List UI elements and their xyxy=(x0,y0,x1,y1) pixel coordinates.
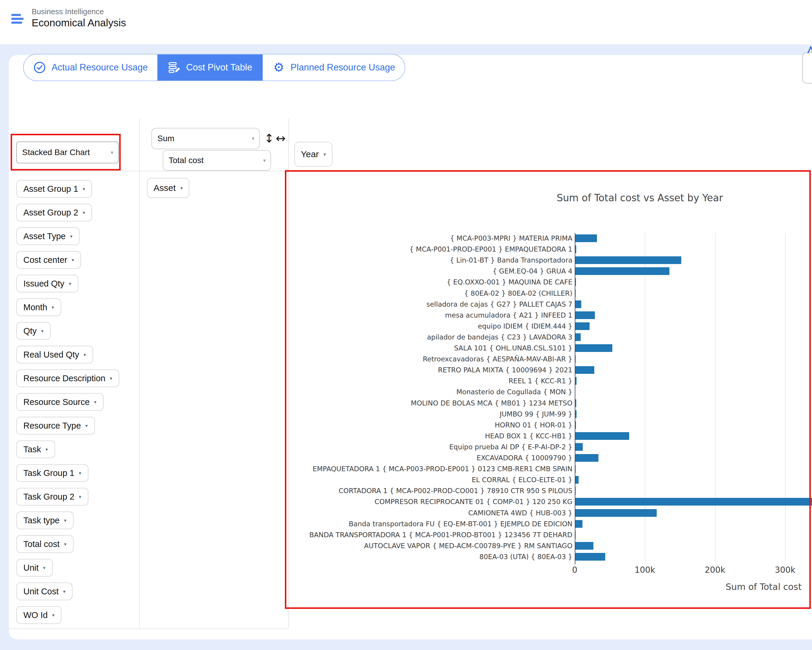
screen: Business Intelligence Economical Analysi… xyxy=(0,0,812,650)
field-label: Unit Cost xyxy=(23,587,59,596)
y-axis-label: { MCA-P003-MPRI } MATERIA PRIMA xyxy=(450,234,572,243)
field-label: Asset Group 2 xyxy=(23,208,78,217)
x-tick-label: 100k xyxy=(635,565,655,575)
y-axis-label: EMPAQUETADORA 1 { MCA-P003-PROD-EP001 } … xyxy=(313,464,572,473)
column-field-label: Year xyxy=(301,149,319,159)
value-field-select[interactable]: Total cost ▾ xyxy=(163,150,271,171)
gridline xyxy=(715,233,716,561)
column-field-year[interactable]: Year ▾ xyxy=(295,142,333,167)
field-pill-asset-type[interactable]: Asset Type▾ xyxy=(16,227,79,245)
bar-apilador-de-bandejas-c23-lavad xyxy=(575,333,581,341)
chevron-down-icon: ▾ xyxy=(84,352,86,358)
cutoff-panel[interactable] xyxy=(802,52,812,84)
hamburger-menu-icon[interactable] xyxy=(11,14,24,24)
field-label: Month xyxy=(23,303,47,312)
y-axis-label: Equipo prueba AI DP { E-P-AI-DP-2 } xyxy=(449,442,572,451)
chevron-down-icon: ▾ xyxy=(252,136,254,142)
bar-horno-01-hor-01 xyxy=(575,421,576,429)
chevron-down-icon: ▾ xyxy=(52,612,55,618)
y-axis-label: COMPRESOR RECIPROCANTE 01 { COMP-01 } 12… xyxy=(374,497,572,506)
y-axis-label: { EQ.OXXO-001 } MAQUINA DE CAFE xyxy=(447,278,572,286)
tab-actual-resource-usage[interactable]: Actual Resource Usage xyxy=(24,55,157,81)
resize-vertical-icon[interactable]: ↕ xyxy=(264,132,274,145)
check-circle-icon xyxy=(33,61,46,74)
field-label: WO Id xyxy=(23,610,47,620)
bar-excavadora-10009790 xyxy=(575,454,598,462)
y-axis-label: EXCAVADORA { 10009790 } xyxy=(476,453,572,462)
bar-mca-p001-prod-ep001-empaquetad xyxy=(575,245,576,253)
field-label: Task type xyxy=(23,515,60,525)
y-axis-label: BANDA TRANSPORTADORA 1 { MCA-P001-PROD-B… xyxy=(310,531,572,539)
y-axis-label: 80EA-03 (UTA) { 80EA-03 } xyxy=(479,552,572,561)
chevron-down-icon: ▾ xyxy=(94,399,96,405)
field-label: Issued Qty xyxy=(23,279,64,289)
bar-reel-1-kcc-r1 xyxy=(575,377,577,385)
field-pill-wo-id[interactable]: WO Id▾ xyxy=(16,606,61,624)
field-pill-unit-cost[interactable]: Unit Cost▾ xyxy=(16,583,72,600)
field-label: Resource Type xyxy=(23,421,81,431)
bar-banda-transportadora-fu-eq-em- xyxy=(575,520,583,528)
aggregator-select[interactable]: Sum ▾ xyxy=(151,128,260,149)
field-pill-issued-qty[interactable]: Issued Qty▾ xyxy=(16,275,78,292)
field-pill-cost-center[interactable]: Cost center▾ xyxy=(16,251,81,269)
y-axis-label: AUTOCLAVE VAPOR { MED-ACM-C00789-PYE } R… xyxy=(364,541,573,550)
chevron-down-icon: ▾ xyxy=(79,470,81,476)
chevron-down-icon: ▾ xyxy=(63,589,66,594)
bar-lin-01-bt-banda-transportadora xyxy=(575,256,681,264)
y-axis-label: { Lin-01-BT } Banda Transportadora xyxy=(450,256,572,265)
field-pill-resource-source[interactable]: Resource Source▾ xyxy=(16,393,104,411)
x-tick-label: 300k xyxy=(775,565,795,575)
chevron-down-icon: ▾ xyxy=(64,518,67,523)
y-axis-label: mesa acumuladora { A21 } INFEED 1 xyxy=(445,311,572,320)
field-label: Asset Type xyxy=(23,231,66,241)
field-pill-resource-description[interactable]: Resource Description▾ xyxy=(16,369,119,387)
chart-type-select[interactable]: Stacked Bar Chart ▾ xyxy=(16,141,119,164)
field-label: Resource Description xyxy=(23,373,105,383)
field-pill-asset-group-2[interactable]: Asset Group 2▾ xyxy=(16,203,92,222)
field-pill-qty[interactable]: Qty▾ xyxy=(16,322,50,340)
chevron-down-icon: ▾ xyxy=(111,150,113,156)
field-label: Cost center xyxy=(23,255,67,265)
chevron-down-icon: ▾ xyxy=(79,494,81,500)
field-pill-task-group-2[interactable]: Task Group 2▾ xyxy=(16,488,89,506)
y-axis-label: equipo IDIEM { IDIEM.444 } xyxy=(478,322,572,330)
chevron-down-icon: ▾ xyxy=(46,447,48,452)
y-axis-label: HEAD BOX 1 { KCC-HB1 } xyxy=(485,431,572,440)
field-pill-total-cost[interactable]: Total cost▾ xyxy=(16,535,74,553)
y-axis-label: MOLINO DE BOLAS MCA { MB01 } 1234 METSO xyxy=(411,399,572,408)
field-pill-month[interactable]: Month▾ xyxy=(16,298,61,316)
field-pill-real-used-qty[interactable]: Real Used Qty▾ xyxy=(16,346,93,364)
field-label: Asset Group 1 xyxy=(23,184,78,194)
x-tick-label: 0 xyxy=(572,565,577,575)
bar-sala-101-ohl-unab-csl-s101 xyxy=(575,344,612,352)
field-pill-task-type[interactable]: Task type▾ xyxy=(16,511,74,529)
bar-molino-de-bolas-mca-mb01-1234- xyxy=(575,399,576,407)
field-label: Task Group 1 xyxy=(23,468,74,478)
chevron-down-icon: ▾ xyxy=(82,186,85,192)
field-pill-asset-group-1[interactable]: Asset Group 1▾ xyxy=(16,180,92,198)
chevron-down-icon: ▾ xyxy=(43,565,46,570)
field-pill-task-group-1[interactable]: Task Group 1▾ xyxy=(16,464,89,482)
row-field-asset[interactable]: Asset ▾ xyxy=(147,178,189,198)
bar-mca-p003-mpri-materia-prima xyxy=(575,234,597,242)
x-tick-label: 200k xyxy=(705,565,725,575)
chevron-down-icon: ▾ xyxy=(82,210,85,216)
gridline xyxy=(785,233,786,561)
tab-planned-resource-usage[interactable]: ⚙Planned Resource Usage xyxy=(263,55,404,81)
y-axis-label: JUMBO 99 { JUM-99 } xyxy=(500,410,572,419)
chevron-down-icon: ▾ xyxy=(324,151,326,157)
y-axis-label: CORTADORA 1 { MCA-P002-PROD-CO001 } 7891… xyxy=(339,486,572,495)
y-axis-label: RETRO PALA MIXTA { 10009694 } 2021 xyxy=(438,366,572,375)
y-axis-label: SALA 101 { OHL.UNAB.CSL.S101 } xyxy=(454,344,572,353)
chevron-down-icon: ▾ xyxy=(69,281,71,286)
divider-horizontal-bottom xyxy=(9,629,288,629)
field-pill-task[interactable]: Task▾ xyxy=(16,440,55,458)
bar-el-corral-elco-elte-01 xyxy=(575,476,578,484)
y-axis-label: { 80EA-02 } 80EA-02 (CHILLER) xyxy=(464,289,572,298)
resize-horizontal-icon[interactable]: ↔ xyxy=(276,132,286,145)
field-pill-unit[interactable]: Unit▾ xyxy=(16,559,53,577)
tab-label: Planned Resource Usage xyxy=(290,62,395,73)
tab-cost-pivot-table[interactable]: Cost Pivot Table xyxy=(157,55,263,81)
field-pill-resource-type[interactable]: Resource Type▾ xyxy=(16,417,95,434)
field-label: Unit xyxy=(23,563,39,573)
